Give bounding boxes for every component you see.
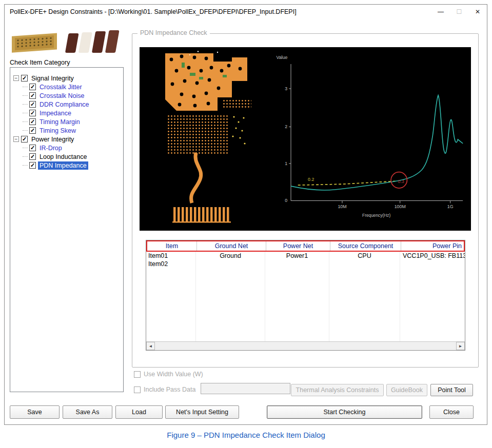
tree-item-label: Crosstalk Jitter: [38, 83, 84, 91]
result-table: ItemGround NetPower NetSource ComponentP…: [146, 240, 465, 351]
tree-item-loop-inductance[interactable]: ✓Loop Inductance: [12, 152, 121, 161]
table-cell: [400, 276, 465, 284]
column-header-power-net[interactable]: Power Net: [266, 241, 330, 251]
column-header-ground-net[interactable]: Ground Net: [197, 241, 266, 251]
table-cell: [400, 334, 465, 341]
window-close-button[interactable]: ✕: [468, 5, 487, 19]
table-cell: [146, 334, 196, 341]
table-hscrollbar[interactable]: ◄ ►: [146, 341, 465, 350]
table-cell: [329, 309, 400, 317]
table-cell: [196, 260, 265, 268]
annotation-cross-value: 0.3: [398, 179, 404, 184]
pdn-impedance-check-group: PDN Impedance Check: [132, 33, 479, 368]
table-cell: VCC1P0_USB: FB113: [400, 252, 465, 260]
include-pass-option[interactable]: Include Pass Data: [134, 386, 195, 393]
table-cell: Item02: [146, 260, 196, 268]
connector-footprint: [172, 207, 231, 223]
result-table-body: Item01GroundPower1CPUVCC1P0_USB: FB113It…: [146, 252, 465, 341]
scroll-right-button[interactable]: ►: [456, 342, 465, 350]
xtick-100m: 100M: [395, 204, 406, 209]
tree-item-label: Impedance: [38, 109, 73, 117]
xtick-1g: 1G: [447, 204, 454, 209]
ytick-1: 1: [285, 161, 287, 166]
tree-checkbox[interactable]: ✓: [29, 127, 36, 134]
use-width-option[interactable]: Use Width Value (W): [134, 371, 203, 378]
column-header-source-component[interactable]: Source Component: [330, 241, 401, 251]
point-tool-button[interactable]: Point Tool: [430, 384, 473, 396]
tree-checkbox[interactable]: ✓: [29, 162, 36, 169]
thermal-analysis-button[interactable]: Thermal Analysis Constraints: [291, 384, 384, 396]
guidebook-button[interactable]: GuideBook: [386, 384, 427, 396]
tree-checkbox[interactable]: ✓: [29, 110, 36, 116]
tree-checkbox[interactable]: ✓: [21, 136, 28, 142]
tree-item-crosstalk-jitter[interactable]: ✓Crosstalk Jitter: [12, 83, 121, 91]
tree-checkbox[interactable]: ✓: [29, 118, 36, 125]
table-cell: [196, 334, 265, 341]
tree-checkbox[interactable]: ✓: [29, 153, 36, 160]
start-checking-button[interactable]: Start Checking: [267, 405, 422, 419]
column-header-item[interactable]: Item: [147, 241, 197, 251]
tree-item-signal-integrity[interactable]: −✓Signal Integrity: [12, 74, 121, 83]
pass-data-input[interactable]: [201, 383, 290, 394]
scroll-track[interactable]: [155, 342, 456, 350]
column-header-power-pin[interactable]: Power Pin: [401, 241, 464, 251]
table-cell: [329, 284, 400, 293]
table-row[interactable]: Item01GroundPower1CPUVCC1P0_USB: FB113: [146, 252, 465, 260]
analysis-preview-canvas[interactable]: Value 3 2 1 0 10M 100M 1G Frequency(Hz) …: [140, 47, 471, 231]
nets-input-setting-button[interactable]: Net's Input Setting: [165, 405, 239, 419]
tree-item-ir-drop[interactable]: ✓IR-Drop: [12, 144, 121, 152]
table-cell: [265, 293, 329, 301]
save-button[interactable]: Save: [10, 405, 60, 419]
save-as-button[interactable]: Save As: [63, 405, 112, 419]
use-width-label: Use Width Value (W): [144, 371, 203, 378]
table-cell: [146, 293, 196, 301]
include-pass-checkbox[interactable]: [134, 386, 141, 393]
tree-item-power-integrity[interactable]: −✓Power Integrity: [12, 135, 121, 144]
tree-item-timing-margin[interactable]: ✓Timing Margin: [12, 117, 121, 126]
table-cell: [400, 268, 465, 276]
tree-item-timing-skew[interactable]: ✓Timing Skew: [12, 126, 121, 135]
table-cell: [146, 309, 196, 317]
tree-item-pdn-impedance[interactable]: ✓PDN Impedance: [12, 161, 121, 170]
ytick-0: 0: [285, 198, 287, 203]
table-cell: [329, 317, 400, 325]
scroll-left-button[interactable]: ◄: [146, 342, 155, 350]
load-button[interactable]: Load: [115, 405, 163, 419]
group-title: PDN Impedance Check: [137, 29, 210, 36]
table-cell: [265, 276, 329, 284]
table-cell: [265, 301, 329, 309]
close-button[interactable]: Close: [429, 405, 474, 419]
tree-item-crosstalk-noise[interactable]: ✓Crosstalk Noise: [12, 91, 121, 100]
title-bar: PollEx-DFE+ Design Constraints - [D:\Wor…: [5, 5, 487, 19]
tree-checkbox[interactable]: ✓: [29, 84, 36, 90]
tree-item-label: Loop Inductance: [38, 153, 88, 161]
table-cell: [146, 284, 196, 293]
minimize-button[interactable]: —: [431, 5, 450, 19]
tree-item-impedance[interactable]: ✓Impedance: [12, 109, 121, 117]
figure-caption: Figure 9 – PDN Impedance Check Item Dial…: [0, 431, 492, 439]
table-cell: [265, 309, 329, 317]
tree-checkbox[interactable]: ✓: [29, 92, 36, 99]
collapse-icon[interactable]: −: [13, 75, 19, 81]
table-cell: [265, 325, 329, 334]
table-cell: [329, 276, 400, 284]
collapse-icon[interactable]: −: [13, 136, 19, 142]
table-cell: [265, 284, 329, 293]
use-width-checkbox[interactable]: [134, 371, 141, 378]
tree-item-label: Power Integrity: [30, 135, 75, 144]
table-row: [146, 276, 465, 284]
ytick-2: 2: [285, 124, 287, 129]
check-item-tree[interactable]: −✓Signal Integrity✓Crosstalk Jitter✓Cros…: [10, 67, 124, 392]
table-row[interactable]: Item02: [146, 260, 465, 268]
table-cell: [400, 293, 465, 301]
tree-checkbox[interactable]: ✓: [21, 75, 28, 82]
table-cell: [146, 325, 196, 334]
table-cell: [329, 334, 400, 341]
tree-checkbox[interactable]: ✓: [29, 101, 36, 108]
table-cell: [196, 325, 265, 334]
maximize-button[interactable]: ☐: [450, 5, 468, 19]
tree-item-ddr-compliance[interactable]: ✓DDR Compliance: [12, 100, 121, 109]
tree-item-label: PDN Impedance: [38, 161, 88, 170]
table-cell: [265, 268, 329, 276]
tree-checkbox[interactable]: ✓: [29, 145, 36, 151]
